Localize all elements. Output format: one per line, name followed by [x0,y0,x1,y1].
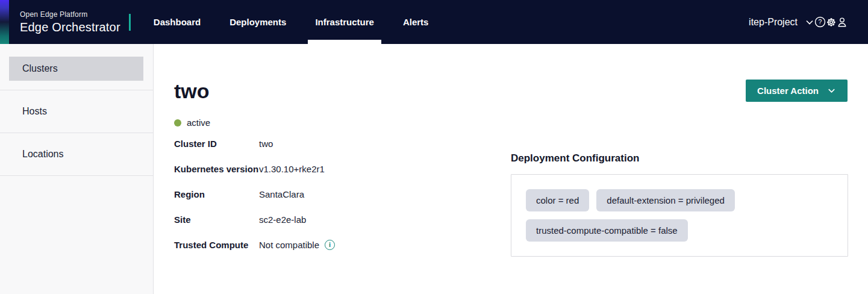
info-icon[interactable]: i [325,240,335,250]
field-label: Trusted Compute [174,239,259,251]
field-value-text: Not compatible [259,239,319,251]
brand-divider [129,14,131,31]
main-nav: Dashboard Deployments Infrastructure Ale… [139,0,443,44]
field-row-site: Site sc2-e2e-lab [174,213,427,226]
deployment-configuration-title: Deployment Configuration [511,152,848,164]
field-value: sc2-e2e-lab [259,213,306,226]
chevron-down-icon[interactable] [805,17,814,27]
field-row-cluster-id: Cluster ID two [174,137,427,150]
nav-item-alerts[interactable]: Alerts [389,0,443,44]
sidebar-item-hosts[interactable]: Hosts [0,90,153,133]
cluster-details: Cluster ID two Kubernetes version v1.30.… [174,137,427,251]
config-tag: color = red [526,189,589,211]
header-right: itep-Project ? [749,0,868,44]
field-value: SantaClara [259,188,304,201]
cluster-action-button[interactable]: Cluster Action [746,80,848,102]
nav-item-dashboard[interactable]: Dashboard [139,0,215,44]
svg-text:?: ? [819,19,822,25]
field-row-region: Region SantaClara [174,188,427,201]
status-label: active [187,117,210,128]
cluster-action-label: Cluster Action [757,86,819,96]
nav-label: Dashboard [154,17,201,27]
status-dot-icon [174,119,181,127]
help-icon[interactable]: ? [814,16,826,28]
sidebar-item-label: Locations [9,142,143,166]
deployment-configuration-panel: color = red default-extension = privileg… [511,174,848,257]
field-label: Region [174,188,259,201]
sidebar-item-label: Clusters [9,57,143,81]
config-tag: trusted-compute-compatible = false [526,219,688,242]
field-row-trusted-compute: Trusted Compute Not compatible i [174,239,427,251]
brand-gradient-strip [0,0,9,44]
chevron-down-icon [827,86,836,95]
deployment-configuration-section: Deployment Configuration color = red def… [511,152,848,257]
field-label: Cluster ID [174,137,259,150]
field-row-kubernetes-version: Kubernetes version v1.30.10+rke2r1 [174,163,427,175]
main-content: two Cluster Action active Cluster ID two… [154,44,868,294]
user-icon[interactable] [837,16,848,28]
field-label: Kubernetes version [174,163,259,175]
nav-label: Deployments [229,17,286,27]
project-selector[interactable]: itep-Project [749,17,798,28]
cluster-status: active [174,117,868,128]
field-value: v1.30.10+rke2r1 [259,163,325,175]
field-label: Site [174,213,259,226]
nav-label: Alerts [403,17,429,27]
brand-line2: Edge Orchestrator [20,20,120,34]
sidebar-item-label: Hosts [9,99,143,124]
brand-logo[interactable]: Open Edge Platform Edge Orchestrator [9,0,120,44]
nav-item-infrastructure[interactable]: Infrastructure [301,0,389,44]
config-tag: default-extension = privileged [596,189,735,211]
nav-label: Infrastructure [315,17,374,27]
gear-icon[interactable] [826,17,837,28]
sidebar-item-locations[interactable]: Locations [0,133,153,176]
top-header: Open Edge Platform Edge Orchestrator Das… [0,0,868,44]
sidebar: Clusters Hosts Locations [0,44,154,294]
nav-item-deployments[interactable]: Deployments [215,0,301,44]
brand-line1: Open Edge Platform [20,10,120,19]
field-value: two [259,137,273,150]
field-value: Not compatible i [259,239,335,251]
sidebar-item-clusters[interactable]: Clusters [0,48,153,90]
